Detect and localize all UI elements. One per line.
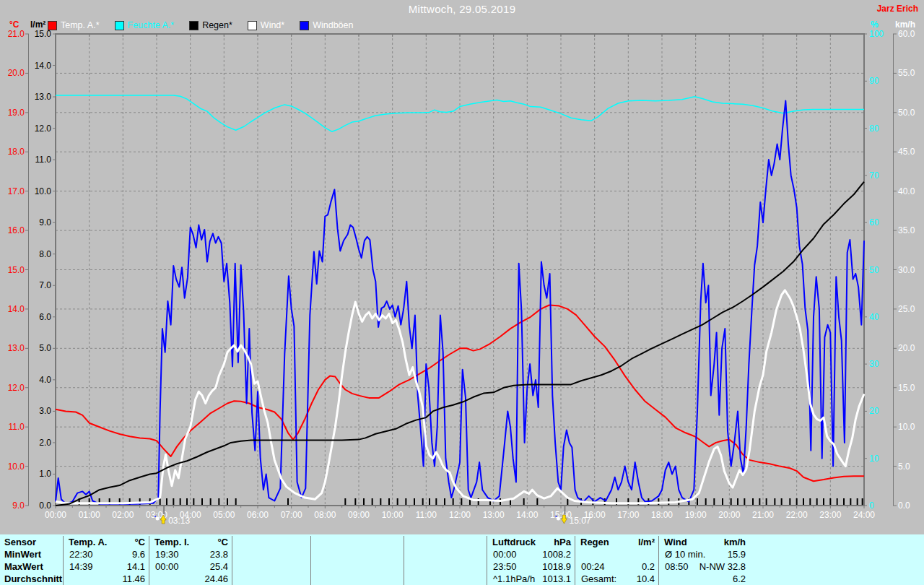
table-value-cell bbox=[357, 573, 404, 585]
table-time-cell bbox=[311, 560, 357, 573]
table-group-unit: °C bbox=[108, 536, 149, 548]
table-value-cell: 11.46 bbox=[108, 573, 149, 585]
table-value-cell: 9.6 bbox=[108, 548, 149, 560]
svg-text:1.0: 1.0 bbox=[39, 469, 51, 479]
svg-text:50.0: 50.0 bbox=[898, 108, 915, 118]
table-time-cell bbox=[404, 560, 445, 573]
svg-text:12:00: 12:00 bbox=[449, 510, 471, 520]
svg-text:10:00: 10:00 bbox=[382, 510, 404, 520]
svg-text:11.0: 11.0 bbox=[35, 155, 52, 165]
svg-text:17.0: 17.0 bbox=[8, 186, 25, 196]
svg-text:35.0: 35.0 bbox=[898, 225, 915, 235]
table-filler bbox=[749, 560, 924, 573]
svg-text:18:00: 18:00 bbox=[651, 510, 673, 520]
table-time-cell: 00:24 bbox=[575, 560, 617, 573]
svg-text:21.0: 21.0 bbox=[8, 29, 25, 39]
table-group-unit: °C bbox=[191, 536, 232, 548]
svg-text:25.0: 25.0 bbox=[898, 304, 915, 314]
table-time-cell: 00:00 bbox=[487, 548, 533, 560]
table-group-header: Temp. A. bbox=[64, 536, 108, 548]
svg-text:08:00: 08:00 bbox=[314, 510, 336, 520]
table-row-label: Durchschnitt bbox=[0, 573, 64, 585]
table-group-header: Wind bbox=[659, 536, 695, 548]
table-value-cell bbox=[445, 573, 487, 585]
svg-text:45.0: 45.0 bbox=[898, 147, 915, 157]
table-group-unit bbox=[445, 536, 487, 548]
table-time-cell: 22:30 bbox=[64, 548, 108, 560]
table-value-cell: 25.4 bbox=[191, 560, 232, 573]
svg-text:00:00: 00:00 bbox=[45, 510, 66, 520]
svg-text:10.0: 10.0 bbox=[35, 186, 52, 196]
table-time-cell: 00:00 bbox=[149, 560, 191, 573]
table-time-cell bbox=[404, 548, 445, 560]
table-value-cell: 6.2 bbox=[695, 573, 749, 585]
table-value-cell bbox=[445, 548, 487, 560]
svg-text:0: 0 bbox=[869, 500, 874, 511]
svg-text:9.0: 9.0 bbox=[39, 217, 51, 228]
svg-text:15.0: 15.0 bbox=[8, 265, 25, 275]
svg-text:10.0: 10.0 bbox=[898, 422, 915, 432]
svg-text:0.0: 0.0 bbox=[898, 500, 910, 511]
svg-text:21:00: 21:00 bbox=[752, 510, 774, 520]
svg-text:23:00: 23:00 bbox=[819, 510, 841, 520]
svg-text:60.0: 60.0 bbox=[898, 29, 915, 39]
svg-text:12.0: 12.0 bbox=[35, 124, 52, 134]
svg-text:22:00: 22:00 bbox=[786, 510, 808, 520]
svg-text:17:00: 17:00 bbox=[617, 510, 639, 520]
sun-marker-time: 15:07 bbox=[569, 516, 590, 526]
table-time-cell bbox=[575, 548, 617, 560]
svg-text:8.0: 8.0 bbox=[39, 249, 51, 259]
svg-text:5.0: 5.0 bbox=[39, 343, 51, 353]
svg-text:20.0: 20.0 bbox=[898, 343, 915, 353]
table-time-cell: 08:50 bbox=[659, 560, 695, 573]
table-time-cell: Ø 10 min. bbox=[659, 548, 695, 560]
wind-axis-labels: 60.055.050.045.040.035.030.025.020.015.0… bbox=[893, 29, 915, 511]
sensor-stats-table: SensorTemp. A.°CTemp. I.°CLuftdruckhPaRe… bbox=[0, 534, 924, 585]
table-row-label: MaxWert bbox=[0, 560, 64, 573]
svg-text:70: 70 bbox=[869, 170, 879, 181]
table-value-cell: 23.8 bbox=[191, 548, 232, 560]
svg-text:100: 100 bbox=[869, 29, 884, 39]
svg-text:30.0: 30.0 bbox=[898, 265, 915, 275]
table-group-header bbox=[232, 536, 271, 548]
table-time-cell bbox=[659, 573, 695, 585]
svg-text:14:00: 14:00 bbox=[516, 510, 538, 520]
svg-text:19:00: 19:00 bbox=[685, 510, 707, 520]
svg-text:4.0: 4.0 bbox=[39, 375, 51, 385]
table-time-cell: Gesamt: bbox=[575, 573, 617, 585]
table-time-cell bbox=[232, 548, 271, 560]
table-time-cell bbox=[232, 560, 271, 573]
svg-text:24:00: 24:00 bbox=[853, 510, 875, 520]
table-time-cell: 23:50 bbox=[487, 560, 533, 573]
svg-text:80: 80 bbox=[869, 124, 879, 134]
table-row-label: Sensor bbox=[0, 536, 64, 548]
table-group-header: Temp. I. bbox=[149, 536, 191, 548]
sun-marker-time: 03:13 bbox=[168, 516, 190, 526]
table-group-unit bbox=[271, 536, 311, 548]
table-value-cell: N-NW 32.8 bbox=[695, 560, 749, 573]
table-value-cell: 15.9 bbox=[695, 548, 749, 560]
svg-text:90: 90 bbox=[869, 76, 879, 86]
table-value-cell bbox=[271, 560, 311, 573]
table-row-label: MinWert bbox=[0, 548, 64, 560]
svg-text:13.0: 13.0 bbox=[35, 92, 52, 102]
svg-text:15.0: 15.0 bbox=[898, 383, 915, 393]
svg-text:10.0: 10.0 bbox=[8, 462, 25, 472]
svg-text:19.0: 19.0 bbox=[8, 108, 25, 118]
table-value-cell bbox=[271, 548, 311, 560]
svg-text:16.0: 16.0 bbox=[8, 225, 25, 235]
table-time-cell: 14:39 bbox=[64, 560, 108, 573]
table-value-cell bbox=[617, 548, 659, 560]
table-value-cell: 1018.9 bbox=[533, 560, 575, 573]
table-group-unit: hPa bbox=[533, 536, 575, 548]
weather-chart-window: Mittwoch, 29.05.2019 Jarz Erich °C l/m² … bbox=[0, 0, 924, 585]
svg-text:20:00: 20:00 bbox=[718, 510, 740, 520]
table-group-header bbox=[404, 536, 445, 548]
svg-text:2.0: 2.0 bbox=[39, 438, 51, 448]
svg-text:0.0: 0.0 bbox=[39, 500, 51, 511]
table-value-cell bbox=[445, 560, 487, 573]
svg-text:02:00: 02:00 bbox=[112, 510, 134, 520]
svg-text:40.0: 40.0 bbox=[898, 186, 915, 196]
svg-text:07:00: 07:00 bbox=[281, 510, 302, 520]
svg-text:15.0: 15.0 bbox=[35, 29, 52, 39]
